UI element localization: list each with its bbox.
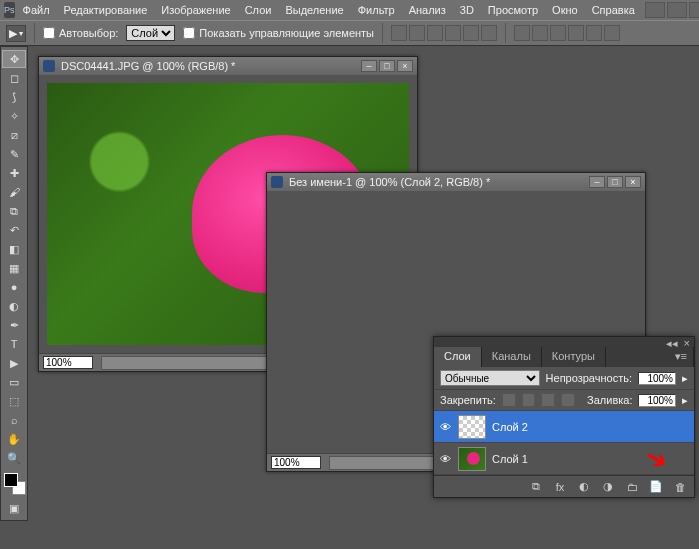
lock-transparency-icon[interactable] — [502, 393, 516, 407]
layer-row[interactable]: 👁 Слой 2 — [434, 411, 694, 443]
autoselect-dropdown[interactable]: Слой — [126, 25, 175, 41]
wand-tool[interactable]: ✧ — [2, 107, 26, 125]
color-swatches[interactable] — [2, 471, 26, 495]
menu-layer[interactable]: Слои — [239, 2, 278, 18]
menu-window[interactable]: Окно — [546, 2, 584, 18]
adjustment-layer-icon[interactable]: ◑ — [600, 480, 616, 494]
menu-view[interactable]: Просмотр — [482, 2, 544, 18]
lock-all-icon[interactable] — [561, 393, 575, 407]
layer-name[interactable]: Слой 1 — [492, 453, 528, 465]
align-icon[interactable] — [427, 25, 443, 41]
hand-tool[interactable]: ✋ — [2, 430, 26, 448]
panel-collapse-icon[interactable]: ◂◂ — [666, 337, 678, 347]
shape-tool[interactable]: ▭ — [2, 373, 26, 391]
layer-row[interactable]: 👁 Слой 1 — [434, 443, 694, 475]
menu-select[interactable]: Выделение — [279, 2, 349, 18]
align-icon[interactable] — [409, 25, 425, 41]
autoselect-checkbox[interactable]: Автовыбор: — [43, 27, 118, 39]
minimize-button[interactable]: – — [361, 60, 377, 72]
workspace-icon[interactable] — [689, 2, 699, 18]
maximize-button[interactable]: □ — [379, 60, 395, 72]
lock-position-icon[interactable] — [541, 393, 555, 407]
dodge-tool[interactable]: ◐ — [2, 297, 26, 315]
blur-tool[interactable]: ● — [2, 278, 26, 296]
distribute-icon[interactable] — [568, 25, 584, 41]
workspace-icon[interactable] — [645, 2, 665, 18]
align-icon[interactable] — [445, 25, 461, 41]
options-bar: ▶▾ Автовыбор: Слой Показать управляющие … — [0, 20, 699, 46]
heal-tool[interactable]: ✚ — [2, 164, 26, 182]
type-tool[interactable]: T — [2, 335, 26, 353]
zoom-field[interactable]: 100% — [271, 456, 321, 469]
layer-fx-icon[interactable]: fx — [552, 480, 568, 494]
panel-menu-icon[interactable]: ▾≡ — [669, 347, 694, 367]
blend-mode-dropdown[interactable]: Обычные — [440, 370, 540, 386]
quickmask-button[interactable]: ▣ — [2, 499, 26, 517]
menu-edit[interactable]: Редактирование — [58, 2, 154, 18]
panel-close-icon[interactable]: × — [684, 337, 690, 347]
3d-tool[interactable]: ⬚ — [2, 392, 26, 410]
menu-file[interactable]: Файл — [17, 2, 56, 18]
distribute-icon[interactable] — [586, 25, 602, 41]
layer-thumbnail[interactable] — [458, 415, 486, 439]
visibility-eye-icon[interactable]: 👁 — [438, 420, 452, 434]
menu-analysis[interactable]: Анализ — [403, 2, 452, 18]
titlebar[interactable]: Без имени-1 @ 100% (Слой 2, RGB/8) * – □… — [267, 173, 645, 191]
distribute-icon[interactable] — [604, 25, 620, 41]
menu-filter[interactable]: Фильтр — [352, 2, 401, 18]
fill-stepper-icon[interactable]: ▸ — [682, 394, 688, 407]
tab-layers[interactable]: Слои — [434, 347, 482, 367]
menu-help[interactable]: Справка — [586, 2, 641, 18]
delete-layer-icon[interactable]: 🗑 — [672, 480, 688, 494]
minimize-button[interactable]: – — [589, 176, 605, 188]
history-brush-tool[interactable]: ↶ — [2, 221, 26, 239]
document-title: Без имени-1 @ 100% (Слой 2, RGB/8) * — [289, 176, 583, 188]
align-icon[interactable] — [481, 25, 497, 41]
distribute-icon[interactable] — [532, 25, 548, 41]
show-controls-label: Показать управляющие элементы — [199, 27, 374, 39]
menu-3d[interactable]: 3D — [454, 2, 480, 18]
pen-tool[interactable]: ✒ — [2, 316, 26, 334]
marquee-tool[interactable]: ◻ — [2, 69, 26, 87]
document-title: DSC04441.JPG @ 100% (RGB/8) * — [61, 60, 355, 72]
lock-pixels-icon[interactable] — [522, 393, 536, 407]
titlebar[interactable]: DSC04441.JPG @ 100% (RGB/8) * – □ × — [39, 57, 417, 75]
layer-thumbnail[interactable] — [458, 447, 486, 471]
distribute-icon[interactable] — [550, 25, 566, 41]
document-icon — [271, 176, 283, 188]
opacity-field[interactable]: 100% — [638, 372, 676, 385]
crop-tool[interactable]: ⧄ — [2, 126, 26, 144]
close-button[interactable]: × — [625, 176, 641, 188]
close-button[interactable]: × — [397, 60, 413, 72]
brush-tool[interactable]: 🖌 — [2, 183, 26, 201]
maximize-button[interactable]: □ — [607, 176, 623, 188]
move-tool[interactable]: ✥ — [2, 50, 26, 68]
tool-preset-button[interactable]: ▶▾ — [6, 25, 26, 42]
workspace-icon[interactable] — [667, 2, 687, 18]
lasso-tool[interactable]: ⟆ — [2, 88, 26, 106]
zoom-tool[interactable]: 🔍 — [2, 449, 26, 467]
fill-field[interactable]: 100% — [638, 394, 676, 407]
tab-channels[interactable]: Каналы — [482, 347, 542, 367]
layer-group-icon[interactable]: 🗀 — [624, 480, 640, 494]
align-icon[interactable] — [391, 25, 407, 41]
align-icon[interactable] — [463, 25, 479, 41]
new-layer-icon[interactable]: 📄 — [648, 480, 664, 494]
distribute-icon[interactable] — [514, 25, 530, 41]
eraser-tool[interactable]: ◧ — [2, 240, 26, 258]
gradient-tool[interactable]: ▦ — [2, 259, 26, 277]
3d-camera-tool[interactable]: ⌕ — [2, 411, 26, 429]
toolbar: ✥ ◻ ⟆ ✧ ⧄ ✎ ✚ 🖌 ⧉ ↶ ◧ ▦ ● ◐ ✒ T ▶ ▭ ⬚ ⌕ … — [0, 46, 28, 521]
eyedropper-tool[interactable]: ✎ — [2, 145, 26, 163]
zoom-field[interactable]: 100% — [43, 356, 93, 369]
layer-name[interactable]: Слой 2 — [492, 421, 528, 433]
layer-mask-icon[interactable]: ◐ — [576, 480, 592, 494]
menu-image[interactable]: Изображение — [155, 2, 236, 18]
stamp-tool[interactable]: ⧉ — [2, 202, 26, 220]
tab-paths[interactable]: Контуры — [542, 347, 606, 367]
opacity-stepper-icon[interactable]: ▸ — [682, 372, 688, 385]
path-select-tool[interactable]: ▶ — [2, 354, 26, 372]
visibility-eye-icon[interactable]: 👁 — [438, 452, 452, 466]
link-layers-icon[interactable]: ⧉ — [528, 480, 544, 494]
show-controls-checkbox[interactable]: Показать управляющие элементы — [183, 27, 374, 39]
